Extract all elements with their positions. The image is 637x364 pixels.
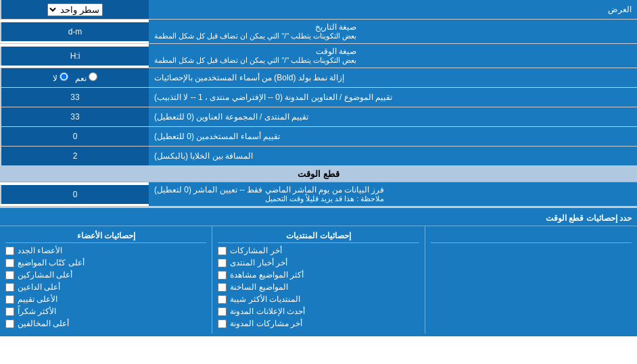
date-format-row: صيغة التاريخ بعض التكوينات يتطلب "/" الت… (0, 20, 637, 44)
checkboxes-header: حدد إحصائيات قطع الوقت (0, 211, 637, 226)
checkbox-most-viewed[interactable] (218, 271, 227, 280)
list-item: المواضيع الساخنة (218, 282, 419, 292)
checkbox-top-inviters[interactable] (5, 283, 14, 292)
forum-order-label: تقييم المنتدى / المجموعة العناوين (0 للت… (149, 107, 637, 126)
checkbox-hot-topics[interactable] (218, 283, 227, 292)
list-item: أخر أخبار المنتدى (218, 258, 419, 267)
checkboxes-col-3 (425, 226, 637, 334)
checkbox-top-rated[interactable] (5, 295, 14, 304)
time-cut-input-wrap[interactable] (0, 185, 149, 204)
radio-no-label: لا (53, 72, 68, 83)
radio-yes-label: نعم (75, 72, 97, 83)
checkbox-latest-ads[interactable] (218, 307, 227, 316)
date-format-input-wrap[interactable] (0, 22, 149, 41)
forum-order-input-wrap[interactable] (0, 107, 149, 126)
radio-yes[interactable] (89, 72, 97, 81)
topic-order-label: تقييم الموضوع / العناوين المدونة (0 -- ا… (149, 88, 637, 107)
time-format-input-wrap[interactable] (0, 47, 149, 66)
list-item: أعلى الداعين (5, 282, 206, 292)
checkbox-blog-posts[interactable] (218, 319, 227, 328)
bold-remove-options[interactable]: نعم لا (0, 68, 149, 87)
users-order-row: تقييم أسماء المستخدمين (0 للتعطيل) (0, 127, 637, 147)
users-order-label: تقييم أسماء المستخدمين (0 للتعطيل) (149, 127, 637, 146)
checkbox-top-participants[interactable] (5, 271, 14, 280)
checkboxes-grid: إحصائيات المنتديات أخر المشاركات أخر أخب… (0, 226, 637, 334)
time-cut-label: فرز البيانات من يوم الماشر الماضي فقط --… (149, 182, 637, 206)
forum-order-input[interactable] (5, 112, 145, 122)
list-item: أعلى كتّاب المواضيع (5, 258, 206, 267)
bold-remove-label: إزالة نمط بولد (Bold) من أسماء المستخدمي… (149, 68, 637, 87)
checkboxes-col-2: إحصائيات المنتديات أخر المشاركات أخر أخب… (212, 226, 424, 334)
checkbox-new-members[interactable] (5, 246, 14, 255)
checkbox-top-topic-writers[interactable] (5, 259, 14, 267)
display-select-wrap[interactable]: سطر واحد سطرين ثلاثة أسطر (0, 0, 149, 19)
display-select[interactable]: سطر واحد سطرين ثلاثة أسطر (47, 3, 103, 16)
gap-label: المسافة بين الخلايا (بالبكسل) (149, 147, 637, 165)
gap-input[interactable] (5, 151, 145, 161)
gap-input-wrap[interactable] (0, 147, 149, 165)
time-section-header: قطع الوقت (0, 166, 637, 182)
list-item: أعلى المخالفين (5, 319, 206, 328)
topic-order-input[interactable] (5, 93, 145, 102)
col2-title: إحصائيات المنتديات (218, 229, 419, 243)
users-order-input-wrap[interactable] (0, 127, 149, 146)
forum-order-row: تقييم المنتدى / المجموعة العناوين (0 للت… (0, 107, 637, 127)
time-cut-row: فرز البيانات من يوم الماشر الماضي فقط --… (0, 182, 637, 207)
bold-remove-row: إزالة نمط بولد (Bold) من أسماء المستخدمي… (0, 68, 637, 88)
date-format-label: صيغة التاريخ بعض التكوينات يتطلب "/" الت… (149, 20, 637, 43)
date-format-input[interactable] (5, 27, 145, 36)
time-format-label: صيغة الوقت بعض التكوينات يتطلب "/" التي … (149, 44, 637, 68)
time-cut-input[interactable] (5, 190, 145, 199)
list-item: المنتديات الأكثر شيبة (218, 294, 419, 304)
list-item: أحدث الإعلانات المدونة (218, 307, 419, 316)
list-item: الأكثر شكراً (5, 307, 206, 316)
checkbox-forum-news[interactable] (218, 259, 227, 267)
list-item: الأعضاء الجدد (5, 246, 206, 255)
checkbox-most-thanked[interactable] (5, 307, 14, 316)
list-item: أخر مشاركات المدونة (218, 319, 419, 328)
time-format-input[interactable] (5, 51, 145, 61)
col1-title: إحصائيات الأعضاء (5, 229, 206, 243)
header-label: العرض (149, 2, 637, 17)
list-item: أكثر المواضيع مشاهدة (218, 270, 419, 280)
gap-row: المسافة بين الخلايا (بالبكسل) (0, 147, 637, 166)
topic-order-input-wrap[interactable] (0, 88, 149, 107)
time-format-row: صيغة الوقت بعض التكوينات يتطلب "/" التي … (0, 44, 637, 68)
checkboxes-col-1: إحصائيات الأعضاء الأعضاء الجدد أعلى كتّا… (0, 226, 212, 334)
radio-no[interactable] (60, 72, 68, 81)
list-item: أخر المشاركات (218, 246, 419, 255)
topic-order-row: تقييم الموضوع / العناوين المدونة (0 -- ا… (0, 88, 637, 107)
col3-title (431, 229, 632, 243)
checkboxes-section: حدد إحصائيات قطع الوقت إحصائيات المنتديا… (0, 207, 637, 336)
header-row: العرض سطر واحد سطرين ثلاثة أسطر (0, 0, 637, 20)
checkbox-popular-forums[interactable] (218, 295, 227, 304)
list-item: أعلى المشاركين (5, 270, 206, 280)
checkbox-posts[interactable] (218, 246, 227, 255)
checkbox-top-violators[interactable] (5, 319, 14, 328)
users-order-input[interactable] (5, 132, 145, 141)
list-item: الأعلى تقييم (5, 294, 206, 304)
